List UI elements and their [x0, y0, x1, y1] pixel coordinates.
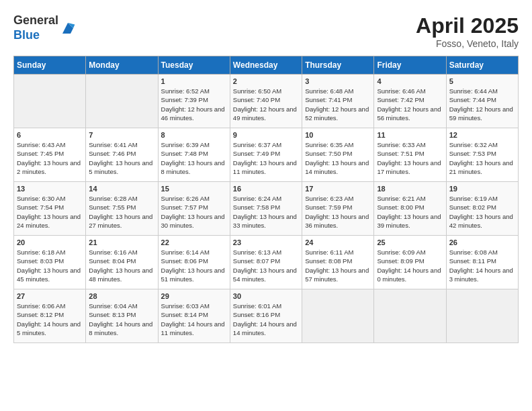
day-info: Sunrise: 6:11 AM Sunset: 8:08 PM Dayligh…: [305, 248, 371, 283]
calendar-cell: 4Sunrise: 6:46 AM Sunset: 7:42 PM Daylig…: [374, 75, 446, 128]
calendar-cell: 13Sunrise: 6:30 AM Sunset: 7:54 PM Dayli…: [14, 182, 86, 236]
logo-general: General: [13, 13, 58, 28]
day-number: 7: [89, 131, 154, 139]
day-info: Sunrise: 6:16 AM Sunset: 8:04 PM Dayligh…: [89, 248, 154, 283]
calendar-cell: 26Sunrise: 6:08 AM Sunset: 8:11 PM Dayli…: [446, 236, 518, 289]
day-number: 18: [377, 185, 443, 193]
day-number: 21: [89, 238, 154, 246]
day-number: 6: [17, 131, 83, 139]
calendar-cell: 9Sunrise: 6:37 AM Sunset: 7:49 PM Daylig…: [230, 128, 302, 182]
day-info: Sunrise: 6:03 AM Sunset: 8:14 PM Dayligh…: [161, 302, 227, 337]
calendar-cell: 30Sunrise: 6:01 AM Sunset: 8:16 PM Dayli…: [230, 289, 302, 343]
day-number: 19: [449, 185, 515, 193]
day-info: Sunrise: 6:06 AM Sunset: 8:12 PM Dayligh…: [17, 302, 83, 337]
day-number: 23: [233, 238, 299, 246]
calendar-cell: 2Sunrise: 6:50 AM Sunset: 7:40 PM Daylig…: [230, 75, 302, 128]
calendar-cell: 5Sunrise: 6:44 AM Sunset: 7:44 PM Daylig…: [446, 75, 518, 128]
day-info: Sunrise: 6:50 AM Sunset: 7:40 PM Dayligh…: [233, 87, 299, 122]
calendar-cell: 21Sunrise: 6:16 AM Sunset: 8:04 PM Dayli…: [86, 236, 158, 289]
day-number: 24: [305, 238, 371, 246]
day-info: Sunrise: 6:44 AM Sunset: 7:44 PM Dayligh…: [449, 87, 515, 122]
title-block: April 2025 Fosso, Veneto, Italy: [416, 13, 519, 49]
day-number: 22: [161, 238, 227, 246]
weekday-header-tuesday: Tuesday: [158, 56, 230, 75]
day-info: Sunrise: 6:39 AM Sunset: 7:48 PM Dayligh…: [161, 140, 227, 176]
page-header: General Blue April 2025 Fosso, Veneto, I…: [13, 13, 519, 49]
day-info: Sunrise: 6:26 AM Sunset: 7:57 PM Dayligh…: [161, 194, 227, 230]
day-info: Sunrise: 6:01 AM Sunset: 8:16 PM Dayligh…: [233, 302, 299, 337]
day-info: Sunrise: 6:48 AM Sunset: 7:41 PM Dayligh…: [305, 87, 371, 122]
weekday-header-thursday: Thursday: [302, 56, 374, 75]
calendar-cell: 6Sunrise: 6:43 AM Sunset: 7:45 PM Daylig…: [14, 128, 86, 182]
day-number: 12: [449, 131, 515, 139]
day-info: Sunrise: 6:52 AM Sunset: 7:39 PM Dayligh…: [161, 87, 227, 122]
day-info: Sunrise: 6:23 AM Sunset: 7:59 PM Dayligh…: [305, 194, 371, 230]
weekday-header-sunday: Sunday: [14, 56, 86, 75]
day-number: 17: [305, 185, 371, 193]
calendar-cell: 20Sunrise: 6:18 AM Sunset: 8:03 PM Dayli…: [14, 236, 86, 289]
day-info: Sunrise: 6:18 AM Sunset: 8:03 PM Dayligh…: [17, 248, 83, 283]
day-info: Sunrise: 6:24 AM Sunset: 7:58 PM Dayligh…: [233, 194, 299, 230]
day-number: 3: [305, 77, 371, 85]
calendar-cell: 29Sunrise: 6:03 AM Sunset: 8:14 PM Dayli…: [158, 289, 230, 343]
day-number: 11: [377, 131, 443, 139]
day-number: 20: [17, 238, 83, 246]
day-info: Sunrise: 6:37 AM Sunset: 7:49 PM Dayligh…: [233, 140, 299, 176]
day-info: Sunrise: 6:14 AM Sunset: 8:06 PM Dayligh…: [161, 248, 227, 283]
day-info: Sunrise: 6:46 AM Sunset: 7:42 PM Dayligh…: [377, 87, 443, 122]
day-info: Sunrise: 6:08 AM Sunset: 8:11 PM Dayligh…: [449, 248, 515, 283]
calendar-cell: 25Sunrise: 6:09 AM Sunset: 8:09 PM Dayli…: [374, 236, 446, 289]
weekday-header-row: SundayMondayTuesdayWednesdayThursdayFrid…: [14, 56, 519, 75]
calendar-cell: [14, 75, 86, 128]
calendar-cell: 8Sunrise: 6:39 AM Sunset: 7:48 PM Daylig…: [158, 128, 230, 182]
day-number: 10: [305, 131, 371, 139]
day-number: 1: [161, 77, 227, 85]
day-number: 29: [161, 292, 227, 300]
day-number: 5: [449, 77, 515, 85]
calendar-cell: 17Sunrise: 6:23 AM Sunset: 7:59 PM Dayli…: [302, 182, 374, 236]
day-number: 26: [449, 238, 515, 246]
day-info: Sunrise: 6:13 AM Sunset: 8:07 PM Dayligh…: [233, 248, 299, 283]
day-number: 28: [89, 292, 154, 300]
day-number: 9: [233, 131, 299, 139]
weekday-header-monday: Monday: [86, 56, 158, 75]
calendar-cell: 18Sunrise: 6:21 AM Sunset: 8:00 PM Dayli…: [374, 182, 446, 236]
logo: General Blue: [13, 13, 76, 42]
calendar-week-row: 20Sunrise: 6:18 AM Sunset: 8:03 PM Dayli…: [14, 236, 519, 289]
weekday-header-wednesday: Wednesday: [230, 56, 302, 75]
day-info: Sunrise: 6:43 AM Sunset: 7:45 PM Dayligh…: [17, 140, 83, 176]
logo-icon: [60, 20, 76, 36]
day-number: 2: [233, 77, 299, 85]
day-number: 25: [377, 238, 443, 246]
day-info: Sunrise: 6:35 AM Sunset: 7:50 PM Dayligh…: [305, 140, 371, 176]
day-info: Sunrise: 6:30 AM Sunset: 7:54 PM Dayligh…: [17, 194, 83, 230]
calendar-cell: 3Sunrise: 6:48 AM Sunset: 7:41 PM Daylig…: [302, 75, 374, 128]
weekday-header-saturday: Saturday: [446, 56, 518, 75]
calendar-cell: 19Sunrise: 6:19 AM Sunset: 8:02 PM Dayli…: [446, 182, 518, 236]
calendar-cell: 11Sunrise: 6:33 AM Sunset: 7:51 PM Dayli…: [374, 128, 446, 182]
calendar-cell: [446, 289, 518, 343]
weekday-header-friday: Friday: [374, 56, 446, 75]
calendar-body: 1Sunrise: 6:52 AM Sunset: 7:39 PM Daylig…: [14, 75, 519, 343]
calendar-cell: 27Sunrise: 6:06 AM Sunset: 8:12 PM Dayli…: [14, 289, 86, 343]
month-title: April 2025: [416, 13, 519, 38]
calendar-cell: 15Sunrise: 6:26 AM Sunset: 7:57 PM Dayli…: [158, 182, 230, 236]
logo-blue: Blue: [13, 28, 58, 43]
day-info: Sunrise: 6:32 AM Sunset: 7:53 PM Dayligh…: [449, 140, 515, 176]
day-info: Sunrise: 6:09 AM Sunset: 8:09 PM Dayligh…: [377, 248, 443, 283]
calendar-cell: 16Sunrise: 6:24 AM Sunset: 7:58 PM Dayli…: [230, 182, 302, 236]
day-number: 16: [233, 185, 299, 193]
calendar-week-row: 27Sunrise: 6:06 AM Sunset: 8:12 PM Dayli…: [14, 289, 519, 343]
calendar-cell: [302, 289, 374, 343]
calendar-cell: 28Sunrise: 6:04 AM Sunset: 8:13 PM Dayli…: [86, 289, 158, 343]
day-number: 15: [161, 185, 227, 193]
calendar-week-row: 6Sunrise: 6:43 AM Sunset: 7:45 PM Daylig…: [14, 128, 519, 182]
day-number: 13: [17, 185, 83, 193]
calendar-cell: 12Sunrise: 6:32 AM Sunset: 7:53 PM Dayli…: [446, 128, 518, 182]
day-info: Sunrise: 6:33 AM Sunset: 7:51 PM Dayligh…: [377, 140, 443, 176]
location-subtitle: Fosso, Veneto, Italy: [416, 38, 519, 49]
calendar-cell: 7Sunrise: 6:41 AM Sunset: 7:46 PM Daylig…: [86, 128, 158, 182]
calendar-table: SundayMondayTuesdayWednesdayThursdayFrid…: [13, 56, 519, 343]
day-info: Sunrise: 6:21 AM Sunset: 8:00 PM Dayligh…: [377, 194, 443, 230]
calendar-cell: 22Sunrise: 6:14 AM Sunset: 8:06 PM Dayli…: [158, 236, 230, 289]
